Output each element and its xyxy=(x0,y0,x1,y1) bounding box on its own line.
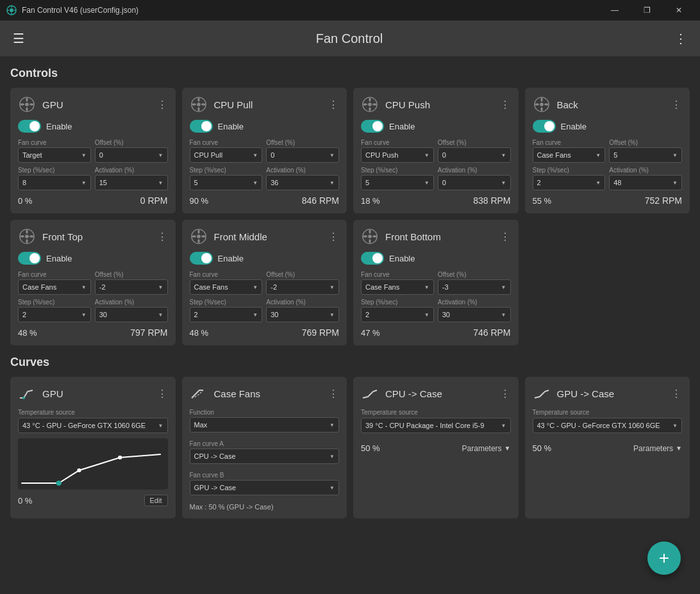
svg-point-21 xyxy=(56,481,61,486)
card-footer: 47 % 746 RPM xyxy=(361,327,511,338)
hamburger-menu[interactable]: ☰ xyxy=(13,31,24,46)
offset-select[interactable]: -2▼ xyxy=(266,279,339,295)
fan-curve-row: Fan curve CPU Pull▼ Offset (%) 0▼ xyxy=(190,139,340,163)
fan-curve-select[interactable]: Case Fans▼ xyxy=(533,147,606,163)
svg-point-13 xyxy=(540,103,544,106)
temp-source-label: Temperature source xyxy=(361,409,511,416)
step-select[interactable]: 5▼ xyxy=(190,175,263,190)
minimize-button[interactable]: — xyxy=(600,0,629,21)
card-menu-button[interactable]: ⋮ xyxy=(328,231,339,243)
card-menu-button[interactable]: ⋮ xyxy=(157,231,168,243)
svg-point-19 xyxy=(368,235,372,238)
fan-curve-b-select[interactable]: GPU -> Case▼ xyxy=(190,480,340,495)
fan-curve-select[interactable]: Target▼ xyxy=(18,147,91,163)
temp-source-select[interactable]: 39 °C - CPU Package - Intel Core i5-9 ▼ xyxy=(361,418,511,433)
fan-icon xyxy=(190,95,208,113)
card-menu-button[interactable]: ⋮ xyxy=(671,99,682,111)
step-label: Step (%/sec) xyxy=(190,299,263,306)
curve-card-menu-button[interactable]: ⋮ xyxy=(157,388,168,400)
control-card: Front Top ⋮ Enable Fan curve Case Fans▼ … xyxy=(10,220,176,345)
close-button[interactable]: ✕ xyxy=(664,0,694,21)
activation-select[interactable]: 0▼ xyxy=(438,175,511,190)
card-title: Front Top xyxy=(42,231,83,242)
offset-select[interactable]: -2▼ xyxy=(95,279,168,295)
activation-select[interactable]: 30▼ xyxy=(438,307,511,322)
enable-toggle[interactable] xyxy=(18,120,41,133)
curve-card-title: Case Fans xyxy=(214,388,261,399)
step-label: Step (%/sec) xyxy=(361,167,434,174)
control-card: Back ⋮ Enable Fan curve Case Fans▼ Offse… xyxy=(525,88,690,213)
title-bar-left: Fan Control V46 (userConfig.json) xyxy=(6,5,138,15)
edit-button[interactable]: Edit xyxy=(144,495,168,506)
activation-select[interactable]: 15▼ xyxy=(95,175,168,190)
fan-curve-a-select[interactable]: CPU -> Case▼ xyxy=(190,449,340,464)
offset-select[interactable]: 0▼ xyxy=(95,147,168,163)
curve-card-menu-button[interactable]: ⋮ xyxy=(328,388,339,400)
card-menu-button[interactable]: ⋮ xyxy=(328,99,339,111)
fan-icon xyxy=(18,227,36,245)
card-menu-button[interactable]: ⋮ xyxy=(157,99,168,111)
control-card: CPU Push ⋮ Enable Fan curve CPU Push▼ Of… xyxy=(353,88,519,213)
offset-label: Offset (%) xyxy=(609,139,682,146)
parameters-button[interactable]: Parameters ▼ xyxy=(633,444,682,453)
temp-source-select[interactable]: 43 °C - GPU - GeForce GTX 1060 6GE ▼ xyxy=(18,418,168,433)
step-select[interactable]: 5▼ xyxy=(361,175,434,190)
activation-select[interactable]: 30▼ xyxy=(95,307,168,322)
temp-source-group: Temperature source 43 °C - GPU - GeForce… xyxy=(18,409,168,438)
step-select[interactable]: 8▼ xyxy=(18,175,91,190)
card-menu-button[interactable]: ⋮ xyxy=(500,231,511,243)
fan-icon xyxy=(190,227,208,245)
fan-curve-select[interactable]: Case Fans▼ xyxy=(361,279,434,295)
card-footer: 90 % 846 RPM xyxy=(190,195,340,206)
enable-toggle[interactable] xyxy=(361,252,384,265)
enable-toggle[interactable] xyxy=(190,252,213,265)
step-select[interactable]: 2▼ xyxy=(18,307,91,322)
curve-card-menu-button[interactable]: ⋮ xyxy=(500,388,511,400)
offset-label: Offset (%) xyxy=(266,271,339,278)
enable-toggle[interactable] xyxy=(18,252,41,265)
step-select[interactable]: 2▼ xyxy=(361,307,434,322)
enable-row: Enable xyxy=(18,252,168,265)
offset-label: Offset (%) xyxy=(438,271,511,278)
fan-curve-select[interactable]: Case Fans▼ xyxy=(18,279,91,295)
header-dots-menu[interactable]: ⋮ xyxy=(674,31,687,46)
activation-label: Activation (%) xyxy=(266,167,339,174)
offset-select[interactable]: 0▼ xyxy=(438,147,511,163)
offset-select[interactable]: 0▼ xyxy=(266,147,339,163)
controls-row-2: Front Top ⋮ Enable Fan curve Case Fans▼ … xyxy=(10,220,690,345)
add-fab[interactable]: + xyxy=(647,541,681,575)
svg-point-15 xyxy=(25,235,29,238)
app-icon xyxy=(6,5,17,15)
activation-group: Activation (%) 0▼ xyxy=(438,167,511,190)
activation-select[interactable]: 30▼ xyxy=(266,307,339,322)
controls-section-title: Controls xyxy=(10,67,690,80)
fan-curve-group: Fan curve Target▼ xyxy=(18,139,91,163)
curve-card-title: GPU -> Case xyxy=(557,388,615,399)
curve-card-menu-button[interactable]: ⋮ xyxy=(671,388,682,400)
step-select[interactable]: 2▼ xyxy=(190,307,263,322)
enable-toggle[interactable] xyxy=(190,120,213,133)
card-footer: 48 % 797 RPM xyxy=(18,327,168,338)
offset-select[interactable]: 5▼ xyxy=(609,147,682,163)
fan-icon xyxy=(361,227,379,245)
step-select[interactable]: 2▼ xyxy=(533,175,606,190)
activation-select[interactable]: 48▼ xyxy=(609,175,682,190)
temp-source-select[interactable]: 43 °C - GPU - GeForce GTX 1060 6GE ▼ xyxy=(533,418,683,433)
enable-row: Enable xyxy=(18,120,168,133)
fan-curve-select[interactable]: Case Fans▼ xyxy=(190,279,263,295)
curve-card: GPU ⋮ Temperature source 43 °C - GPU - G… xyxy=(10,377,176,518)
curve-percent: 50 % xyxy=(361,443,380,453)
offset-label: Offset (%) xyxy=(438,139,511,146)
step-row: Step (%/sec) 2▼ Activation (%) 30▼ xyxy=(361,299,511,322)
activation-select[interactable]: 36▼ xyxy=(266,175,339,190)
function-select[interactable]: Max▼ xyxy=(190,417,340,433)
control-card: GPU ⋮ Enable Fan curve Target▼ Offset (%… xyxy=(10,88,176,213)
offset-select[interactable]: -3▼ xyxy=(438,279,511,295)
fan-curve-select[interactable]: CPU Push▼ xyxy=(361,147,434,163)
fan-curve-select[interactable]: CPU Pull▼ xyxy=(190,147,263,163)
maximize-button[interactable]: ❐ xyxy=(632,0,662,21)
parameters-button[interactable]: Parameters ▼ xyxy=(462,444,511,453)
enable-toggle[interactable] xyxy=(533,120,556,133)
enable-toggle[interactable] xyxy=(361,120,384,133)
card-menu-button[interactable]: ⋮ xyxy=(500,99,511,111)
